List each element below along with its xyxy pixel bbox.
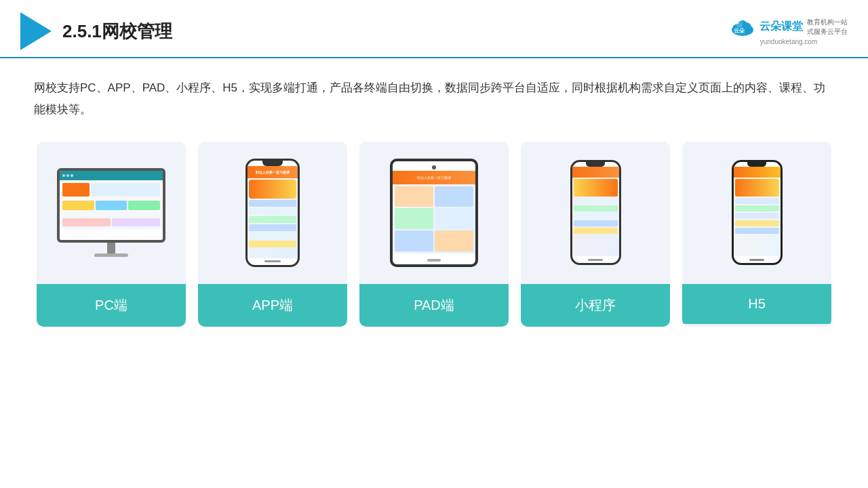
h5-screen	[734, 167, 781, 256]
page-title: 2.5.1网校管理	[62, 20, 172, 43]
mini-notch	[586, 162, 605, 167]
phone-screen: 职达人的第一堂习题课	[248, 166, 298, 258]
page-header: 2.5.1网校管理 云朵 云朵课堂 教育机构一站 式服务云平台 yunduoke…	[0, 0, 868, 58]
brand-url: yunduoketang.com	[760, 38, 818, 45]
mini-screen	[572, 167, 619, 256]
pad-device-mock: 职达人的第一堂习题课	[390, 159, 478, 267]
card-h5-label: H5	[682, 284, 831, 324]
phone-notch	[262, 161, 283, 166]
tablet-home-button	[427, 259, 441, 262]
card-mini-image	[521, 142, 670, 284]
description-text: 网校支持PC、APP、PAD、小程序、H5，实现多端打通，产品各终端自由切换，数…	[34, 77, 834, 121]
card-pad-label: PAD端	[359, 284, 509, 327]
h5-notch	[747, 162, 766, 167]
card-mini: 小程序	[521, 142, 670, 327]
mini-device-mock	[570, 160, 621, 265]
card-app-label: APP端	[198, 284, 347, 327]
header-right: 云朵 云朵课堂 教育机构一站 式服务云平台 yunduoketang.com	[730, 18, 848, 45]
card-pad-image: 职达人的第一堂习题课	[359, 142, 509, 284]
pc-monitor	[57, 168, 165, 243]
app-device-mock: 职达人的第一堂习题课	[245, 159, 300, 267]
card-app-image: 职达人的第一堂习题课	[198, 142, 347, 284]
svg-text:云朵: 云朵	[734, 28, 745, 34]
header-left: 2.5.1网校管理	[20, 12, 172, 50]
card-pad: 职达人的第一堂习题课 PAD端	[359, 142, 509, 327]
svg-point-4	[736, 21, 743, 28]
card-mini-label: 小程序	[521, 284, 670, 327]
pc-device-mock	[57, 168, 165, 257]
card-pc-image	[37, 142, 186, 284]
card-pc: PC端	[37, 142, 186, 327]
card-h5-image	[682, 142, 831, 284]
card-app: 职达人的第一堂习题课 APP端	[198, 142, 347, 327]
card-pc-label: PC端	[37, 284, 186, 327]
tablet-camera	[432, 165, 436, 169]
brand-tagline: 教育机构一站 式服务云平台	[807, 18, 848, 37]
h5-device-mock	[732, 160, 783, 265]
brand-logo: 云朵 云朵课堂 教育机构一站 式服务云平台	[730, 18, 848, 37]
tablet-screen: 职达人的第一堂习题课	[393, 171, 475, 253]
cards-container: PC端 职达人的第一堂习题课	[34, 142, 834, 327]
cloud-icon: 云朵	[730, 18, 755, 37]
main-content: 网校支持PC、APP、PAD、小程序、H5，实现多端打通，产品各终端自由切换，数…	[0, 58, 868, 340]
logo-triangle-icon	[20, 12, 52, 50]
card-h5: H5	[682, 142, 831, 327]
brand-name: 云朵课堂	[760, 20, 803, 34]
